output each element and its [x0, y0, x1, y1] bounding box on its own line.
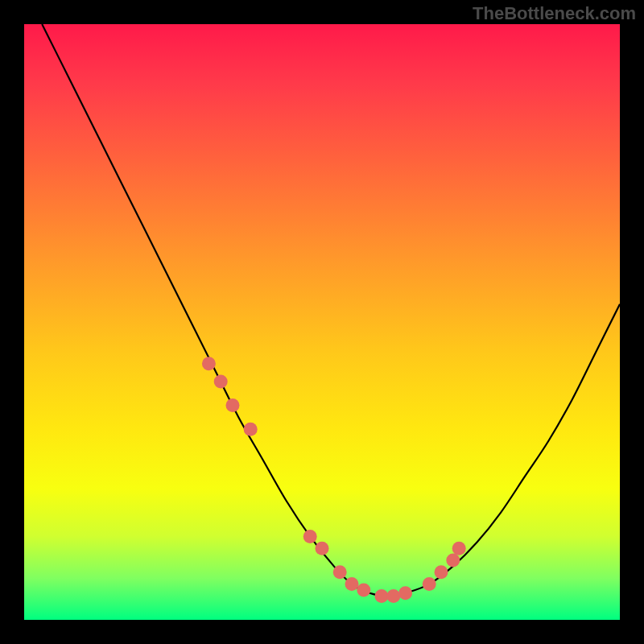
highlight-point: [303, 530, 317, 543]
highlight-point: [398, 586, 412, 600]
highlight-point: [333, 565, 347, 579]
highlight-point: [214, 375, 228, 389]
chart-plot-area: [24, 24, 620, 620]
chart-curve: [42, 24, 620, 596]
highlight-point: [423, 577, 436, 591]
highlight-point: [446, 554, 460, 568]
highlight-point: [357, 584, 370, 597]
chart-svg: [24, 24, 620, 620]
highlight-point: [435, 565, 448, 579]
highlight-point: [345, 577, 359, 591]
highlight-point: [226, 398, 240, 412]
highlight-point: [375, 589, 389, 603]
highlight-point: [386, 589, 400, 603]
highlight-point: [316, 542, 329, 555]
highlight-point: [244, 423, 258, 436]
highlight-point: [202, 357, 216, 370]
highlight-point: [452, 542, 466, 555]
watermark-text: TheBottleneck.com: [473, 3, 636, 24]
